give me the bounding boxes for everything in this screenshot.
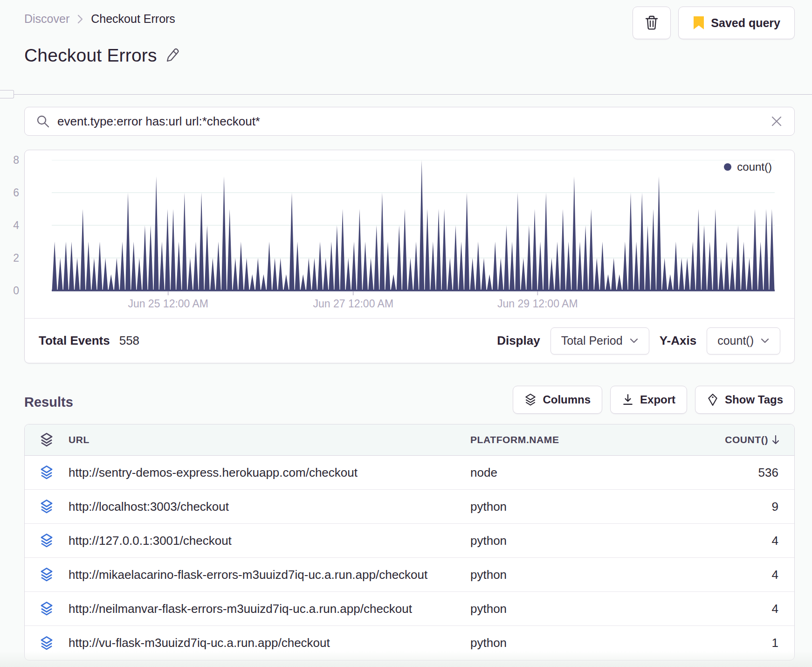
tag-icon	[707, 393, 719, 406]
display-label: Display	[497, 334, 540, 348]
stack-icon	[524, 393, 537, 406]
total-events-label: Total Events	[39, 334, 110, 348]
results-heading: Results	[24, 395, 73, 414]
search-icon	[36, 114, 50, 128]
table-row[interactable]: http://localhost:3003/checkout python 9	[25, 490, 794, 524]
open-stack-icon[interactable]	[25, 499, 69, 514]
row-url: http://sentry-demos-express.herokuapp.co…	[69, 466, 470, 480]
row-platform: python	[470, 602, 717, 616]
row-platform: python	[470, 534, 717, 548]
events-chart[interactable]: count() Jun 25 12:00 AMJun 27 12:00 AMJu…	[25, 150, 794, 318]
row-url: http://localhost:3003/checkout	[69, 500, 470, 514]
row-url: http://mikaelacarino-flask-errors-m3uuiz…	[69, 568, 470, 582]
y-axis-tick-label: 4	[13, 219, 19, 232]
page-title: Checkout Errors	[24, 45, 157, 66]
breadcrumb-current: Checkout Errors	[91, 12, 175, 26]
column-header-count[interactable]: COUNT()	[717, 434, 794, 445]
row-url: http://neilmanvar-flask-errors-m3uuizd7i…	[69, 602, 470, 616]
export-button-label: Export	[640, 393, 675, 406]
sort-desc-arrow-icon	[771, 434, 780, 445]
x-axis-line	[52, 290, 775, 292]
chevron-down-icon	[760, 338, 770, 344]
row-count: 1	[717, 636, 794, 650]
table-row[interactable]: http://127.0.0.1:3001/checkout python 4	[25, 524, 794, 558]
row-count: 536	[717, 466, 794, 480]
y-axis-tick-label: 2	[13, 252, 19, 264]
row-count: 4	[717, 534, 794, 548]
row-count: 9	[717, 500, 794, 514]
x-axis-tick-label: Jun 29 12:00 AM	[497, 298, 578, 310]
y-axis-label: Y-Axis	[660, 334, 697, 348]
chevron-right-icon	[76, 13, 84, 25]
bookmark-icon	[693, 15, 705, 30]
display-dropdown[interactable]: Total Period	[551, 327, 649, 354]
row-count: 4	[717, 602, 794, 616]
open-stack-icon[interactable]	[25, 636, 69, 651]
sidebar-collapse-tab[interactable]	[0, 90, 14, 98]
search-bar	[24, 107, 795, 136]
display-dropdown-value: Total Period	[561, 334, 623, 347]
search-input[interactable]	[57, 114, 763, 129]
y-axis-dropdown-value: count()	[717, 334, 754, 347]
row-url: http://vu-flask-m3uuizd7iq-uc.a.run.app/…	[69, 636, 470, 650]
row-platform: node	[470, 466, 717, 480]
table-row[interactable]: http://mikaelacarino-flask-errors-m3uuiz…	[25, 558, 794, 592]
row-url: http://127.0.0.1:3001/checkout	[69, 534, 470, 548]
open-stack-icon[interactable]	[25, 567, 69, 582]
show-tags-button[interactable]: Show Tags	[695, 386, 795, 414]
chevron-down-icon	[629, 338, 639, 344]
columns-button[interactable]: Columns	[513, 386, 602, 414]
open-stack-icon[interactable]	[25, 465, 69, 480]
clear-search-icon[interactable]	[770, 115, 783, 128]
saved-query-button[interactable]: Saved query	[678, 7, 795, 39]
x-axis-tick-label: Jun 27 12:00 AM	[313, 298, 393, 310]
show-tags-button-label: Show Tags	[725, 393, 783, 406]
delete-query-button[interactable]	[633, 7, 671, 39]
columns-button-label: Columns	[543, 393, 591, 406]
saved-query-label: Saved query	[711, 16, 780, 30]
stack-icon[interactable]	[25, 432, 69, 447]
column-header-url[interactable]: URL	[69, 434, 470, 445]
open-stack-icon[interactable]	[25, 533, 69, 548]
chart-svg	[52, 160, 775, 295]
events-chart-card: count() Jun 25 12:00 AMJun 27 12:00 AMJu…	[24, 150, 795, 363]
results-table: URL PLATFORM.NAME COUNT() h	[24, 424, 795, 660]
breadcrumb-discover-link[interactable]: Discover	[24, 12, 69, 26]
column-header-platform[interactable]: PLATFORM.NAME	[470, 434, 717, 445]
open-stack-icon[interactable]	[25, 601, 69, 616]
y-axis-dropdown[interactable]: count()	[707, 327, 780, 354]
table-row[interactable]: http://vu-flask-m3uuizd7iq-uc.a.run.app/…	[25, 626, 794, 660]
table-row[interactable]: http://sentry-demos-express.herokuapp.co…	[25, 456, 794, 490]
count-header-label: COUNT()	[725, 434, 768, 445]
chart-plot-area[interactable]: Jun 25 12:00 AMJun 27 12:00 AMJun 29 12:…	[52, 160, 775, 306]
row-platform: python	[470, 500, 717, 514]
page-header: Discover Checkout Errors Saved query	[0, 0, 812, 95]
y-axis-tick-label: 6	[13, 187, 19, 199]
row-platform: python	[470, 568, 717, 582]
edit-title-pencil-icon[interactable]	[165, 47, 180, 64]
row-platform: python	[470, 636, 717, 650]
y-axis-tick-label: 8	[13, 154, 19, 167]
results-table-header: URL PLATFORM.NAME COUNT()	[25, 424, 794, 456]
chart-footer: Total Events 558 Display Total Period Y-…	[25, 318, 794, 363]
x-axis-tick-label: Jun 25 12:00 AM	[128, 298, 208, 310]
total-events-value: 558	[119, 334, 139, 348]
download-icon	[622, 393, 634, 406]
trash-icon	[644, 15, 659, 31]
table-row[interactable]: http://neilmanvar-flask-errors-m3uuizd7i…	[25, 592, 794, 626]
export-button[interactable]: Export	[610, 386, 687, 414]
y-axis-tick-label: 0	[13, 285, 19, 297]
row-count: 4	[717, 568, 794, 582]
